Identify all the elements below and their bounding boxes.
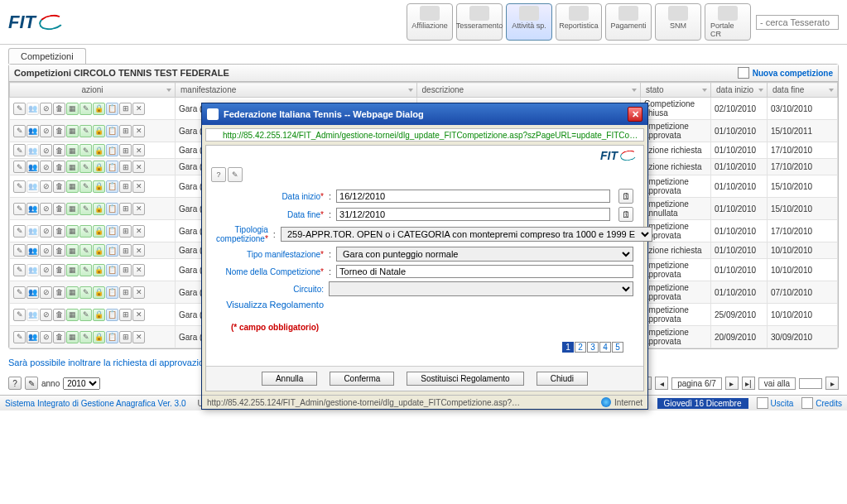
row-action-icon[interactable]: 📋 xyxy=(106,125,118,137)
uscita-button[interactable]: Uscita xyxy=(757,397,794,409)
row-action-icon[interactable]: 📋 xyxy=(106,309,118,321)
row-action-icon[interactable]: ▦ xyxy=(66,180,79,193)
row-action-icon[interactable]: 🗑 xyxy=(53,309,65,321)
row-action-icon[interactable]: 🔒 xyxy=(93,103,105,115)
row-action-icon[interactable]: 🔒 xyxy=(93,244,105,257)
vai-alla-input[interactable] xyxy=(799,378,822,389)
row-action-icon[interactable]: ✎ xyxy=(13,144,26,156)
btn-chiudi[interactable]: Chiudi xyxy=(537,372,588,386)
row-action-icon[interactable]: 📋 xyxy=(106,144,118,156)
input-nome[interactable] xyxy=(336,265,633,278)
nav-tesseramento[interactable]: Tesseramento xyxy=(456,3,503,41)
help-icon[interactable]: ? xyxy=(8,377,22,390)
row-action-icon[interactable]: 🗑 xyxy=(53,225,65,238)
select-circuito[interactable] xyxy=(329,281,633,296)
row-action-icon[interactable]: ✕ xyxy=(132,286,145,299)
search-input[interactable] xyxy=(756,15,839,30)
dialog-page-5[interactable]: 5 xyxy=(612,342,623,353)
row-action-icon[interactable]: 🗑 xyxy=(53,264,65,276)
row-action-icon[interactable]: 📋 xyxy=(106,264,118,276)
dialog-page-1[interactable]: 1 xyxy=(562,342,574,353)
row-action-icon[interactable]: 👥 xyxy=(26,144,39,156)
row-action-icon[interactable]: ✎ xyxy=(79,309,92,321)
row-action-icon[interactable]: 👥 xyxy=(26,309,39,321)
row-action-icon[interactable]: ⊞ xyxy=(119,225,132,238)
row-action-icon[interactable]: 📋 xyxy=(106,225,118,238)
row-action-icon[interactable]: ✕ xyxy=(132,331,145,343)
search-tesserato[interactable] xyxy=(756,15,839,30)
nav-pagamenti[interactable]: Pagamenti xyxy=(605,3,652,41)
nav-affiliazione[interactable]: Affiliazione xyxy=(407,3,453,41)
row-action-icon[interactable]: ⊞ xyxy=(119,331,132,343)
btn-annulla[interactable]: Annulla xyxy=(262,372,317,386)
input-data-inizio[interactable] xyxy=(336,190,610,203)
row-action-icon[interactable]: ✎ xyxy=(13,125,26,137)
row-action-icon[interactable]: 🗑 xyxy=(53,180,65,193)
col-stato[interactable]: stato xyxy=(641,83,711,98)
row-action-icon[interactable]: ▦ xyxy=(66,103,79,115)
row-action-icon[interactable]: 🔒 xyxy=(93,203,105,215)
row-action-icon[interactable]: ▦ xyxy=(66,203,79,215)
col-manifestazione[interactable]: manifestazione xyxy=(176,83,417,98)
row-action-icon[interactable]: ✎ xyxy=(13,286,26,299)
row-action-icon[interactable]: ▦ xyxy=(66,331,79,343)
row-action-icon[interactable]: 🔒 xyxy=(93,180,105,193)
tab-competizioni[interactable]: Competizioni xyxy=(8,48,86,64)
col-descrizione[interactable]: descrizione xyxy=(416,83,640,98)
row-action-icon[interactable]: 👥 xyxy=(26,125,39,137)
row-action-icon[interactable]: ✎ xyxy=(79,203,92,215)
row-action-icon[interactable]: ✎ xyxy=(13,309,26,321)
row-action-icon[interactable]: 👥 xyxy=(26,225,39,238)
row-action-icon[interactable]: ⊞ xyxy=(119,125,132,137)
row-action-icon[interactable]: ✎ xyxy=(13,331,26,343)
dlg-help-icon[interactable]: ? xyxy=(211,167,226,182)
row-action-icon[interactable]: ✕ xyxy=(132,203,145,215)
new-competizione-button[interactable]: Nuova competizione xyxy=(738,67,833,79)
nav-snm[interactable]: SNM xyxy=(655,3,701,41)
row-action-icon[interactable]: ✎ xyxy=(13,161,26,173)
row-action-icon[interactable]: ✎ xyxy=(79,331,92,343)
row-action-icon[interactable]: 👥 xyxy=(26,103,39,115)
row-action-icon[interactable]: 🗑 xyxy=(53,203,65,215)
row-action-icon[interactable]: 📋 xyxy=(106,331,118,343)
row-action-icon[interactable]: ⊘ xyxy=(40,125,52,137)
row-action-icon[interactable]: ▦ xyxy=(66,225,79,238)
row-action-icon[interactable]: 🔒 xyxy=(93,309,105,321)
calendar-icon-inizio[interactable]: 🗓 xyxy=(618,189,633,204)
btn-sostituisci[interactable]: Sostituisci Regolamento xyxy=(407,372,523,386)
link-visualizza-regolamento[interactable]: Visualizza Regolamento xyxy=(216,300,324,310)
row-action-icon[interactable]: 🔒 xyxy=(93,225,105,238)
dialog-page-3[interactable]: 3 xyxy=(587,342,599,353)
dlg-edit-icon[interactable]: ✎ xyxy=(228,167,243,182)
row-action-icon[interactable]: ⊞ xyxy=(119,161,132,173)
row-action-icon[interactable]: ▦ xyxy=(66,161,79,173)
row-action-icon[interactable]: ▦ xyxy=(66,244,79,257)
row-action-icon[interactable]: ▦ xyxy=(66,286,79,299)
row-action-icon[interactable]: ✕ xyxy=(132,225,145,238)
row-action-icon[interactable]: ⊞ xyxy=(119,309,132,321)
row-action-icon[interactable]: ▦ xyxy=(66,309,79,321)
row-action-icon[interactable]: ✎ xyxy=(79,180,92,193)
row-action-icon[interactable]: 🔒 xyxy=(93,264,105,276)
row-action-icon[interactable]: ⊘ xyxy=(40,309,52,321)
col-data-inizio[interactable]: data inizio xyxy=(711,83,768,98)
row-action-icon[interactable]: 🔒 xyxy=(93,161,105,173)
row-action-icon[interactable]: ⊘ xyxy=(40,244,52,257)
row-action-icon[interactable]: ✎ xyxy=(79,244,92,257)
dialog-close-button[interactable]: ✕ xyxy=(628,107,642,122)
row-action-icon[interactable]: ⊘ xyxy=(40,203,52,215)
btn-conferma[interactable]: Conferma xyxy=(330,372,394,386)
row-action-icon[interactable]: ⊞ xyxy=(119,244,132,257)
anno-select[interactable]: 2010 xyxy=(63,377,100,390)
row-action-icon[interactable]: 👥 xyxy=(26,331,39,343)
row-action-icon[interactable]: ✎ xyxy=(13,225,26,238)
row-action-icon[interactable]: 🗑 xyxy=(53,125,65,137)
row-action-icon[interactable]: ⊘ xyxy=(40,286,52,299)
row-action-icon[interactable]: ✕ xyxy=(132,244,145,257)
row-action-icon[interactable]: 🔒 xyxy=(93,331,105,343)
row-action-icon[interactable]: ✎ xyxy=(79,225,92,238)
row-action-icon[interactable]: ✎ xyxy=(79,161,92,173)
row-action-icon[interactable]: ✕ xyxy=(132,144,145,156)
input-data-fine[interactable] xyxy=(336,208,610,221)
row-action-icon[interactable]: ✎ xyxy=(13,244,26,257)
